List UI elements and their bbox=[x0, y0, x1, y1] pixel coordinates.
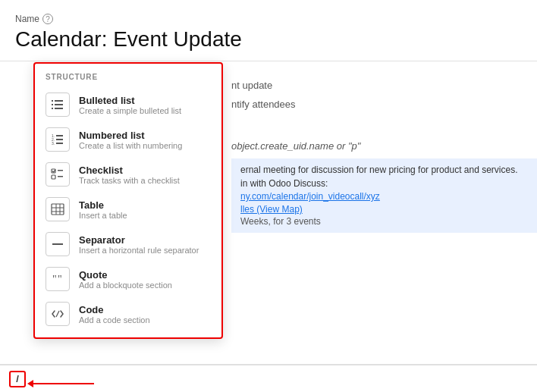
name-section: Name ? bbox=[15, 14, 522, 24]
svg-rect-13 bbox=[58, 170, 63, 171]
code-desc: Add a code section bbox=[79, 315, 150, 325]
separator-icon bbox=[46, 232, 70, 256]
checklist-text: Checklist Track tasks with a checklist bbox=[79, 165, 180, 185]
quote-icon: " " bbox=[46, 267, 70, 291]
quote-desc: Add a blockquote section bbox=[79, 281, 172, 290]
blue-line-1: ernal meeting for discussion for new pri… bbox=[240, 165, 528, 175]
separator-desc: Insert a horizontal rule separator bbox=[79, 246, 199, 255]
svg-rect-16 bbox=[52, 204, 64, 215]
right-content: nt update ntify attendees object.create_… bbox=[231, 76, 537, 233]
name-text: Name bbox=[15, 14, 39, 24]
svg-text:": " bbox=[58, 274, 62, 285]
checklist-desc: Track tasks with a checklist bbox=[79, 176, 180, 185]
menu-item-separator[interactable]: Separator Insert a horizontal rule separ… bbox=[35, 227, 221, 262]
quote-title: Quote bbox=[79, 269, 172, 281]
blue-line-4: lles (View Map) bbox=[240, 203, 528, 215]
code-title: Code bbox=[79, 304, 150, 315]
svg-rect-14 bbox=[52, 175, 55, 179]
menu-item-quote[interactable]: " " Quote Add a blockquote section bbox=[35, 262, 221, 296]
right-blue-section: ernal meeting for discussion for new pri… bbox=[231, 158, 537, 233]
svg-rect-11 bbox=[56, 143, 63, 144]
separator-title: Separator bbox=[79, 234, 199, 246]
help-icon[interactable]: ? bbox=[42, 14, 53, 24]
structure-menu: STRUCTURE Bulleted list Create a simple … bbox=[33, 62, 223, 339]
menu-item-code[interactable]: Code Add a code section bbox=[35, 296, 221, 331]
code-text: Code Add a code section bbox=[79, 304, 150, 325]
svg-text:": " bbox=[52, 274, 57, 285]
code-icon bbox=[46, 302, 70, 326]
svg-rect-4 bbox=[52, 108, 53, 109]
svg-rect-9 bbox=[56, 139, 63, 140]
numbered-list-icon: 1. 2. 3. bbox=[46, 127, 70, 152]
svg-line-24 bbox=[56, 311, 59, 317]
svg-rect-2 bbox=[52, 104, 53, 105]
svg-rect-7 bbox=[56, 135, 63, 136]
checklist-icon bbox=[46, 162, 70, 187]
blue-line-5: Weeks, for 3 events bbox=[240, 216, 528, 227]
red-arrow bbox=[27, 380, 94, 387]
menu-item-numbered-list[interactable]: 1. 2. 3. Numbered list Create a list wit… bbox=[35, 122, 221, 157]
arrow-line bbox=[33, 383, 94, 384]
right-row-1: nt update bbox=[231, 76, 537, 95]
table-icon bbox=[46, 197, 70, 221]
blue-line-2: in with Odoo Discuss: bbox=[240, 178, 528, 189]
top-divider bbox=[0, 61, 537, 61]
bulleted-list-icon bbox=[46, 93, 70, 117]
table-desc: Insert a table bbox=[79, 211, 127, 220]
menu-item-checklist[interactable]: Checklist Track tasks with a checklist bbox=[35, 157, 221, 192]
svg-rect-3 bbox=[55, 104, 63, 105]
menu-item-table[interactable]: Table Insert a table bbox=[35, 192, 221, 227]
svg-rect-5 bbox=[55, 108, 63, 109]
bulleted-list-title: Bulleted list bbox=[79, 95, 181, 106]
table-title: Table bbox=[79, 199, 127, 211]
page-container: Name ? Calendar: Event Update STRUCTURE … bbox=[0, 0, 537, 392]
checklist-title: Checklist bbox=[79, 165, 180, 176]
right-row-3: object.create_uid.name or "p" bbox=[231, 136, 537, 155]
menu-section-label: STRUCTURE bbox=[35, 70, 221, 87]
separator-text: Separator Insert a horizontal rule separ… bbox=[79, 234, 199, 255]
numbered-list-desc: Create a list with numbering bbox=[79, 141, 182, 150]
quote-text: Quote Add a blockquote section bbox=[79, 269, 172, 290]
bulleted-list-text: Bulleted list Create a simple bulleted l… bbox=[79, 95, 181, 115]
svg-rect-15 bbox=[58, 176, 63, 177]
arrow-head bbox=[27, 380, 33, 387]
page-title: Calendar: Event Update bbox=[15, 27, 522, 52]
bottom-bar: / bbox=[0, 365, 537, 392]
svg-rect-1 bbox=[55, 100, 63, 102]
numbered-list-title: Numbered list bbox=[79, 130, 182, 141]
table-text: Table Insert a table bbox=[79, 199, 127, 220]
bulleted-list-desc: Create a simple bulleted list bbox=[79, 106, 181, 115]
slash-indicator[interactable]: / bbox=[9, 371, 26, 387]
blue-line-3: ny.com/calendar/join_videocall/xyz bbox=[240, 190, 528, 202]
menu-item-bulleted-list[interactable]: Bulleted list Create a simple bulleted l… bbox=[35, 87, 221, 122]
right-row-2: ntify attendees bbox=[231, 95, 537, 114]
svg-text:3.: 3. bbox=[52, 141, 55, 146]
numbered-list-text: Numbered list Create a list with numberi… bbox=[79, 130, 182, 150]
svg-rect-0 bbox=[52, 100, 53, 102]
